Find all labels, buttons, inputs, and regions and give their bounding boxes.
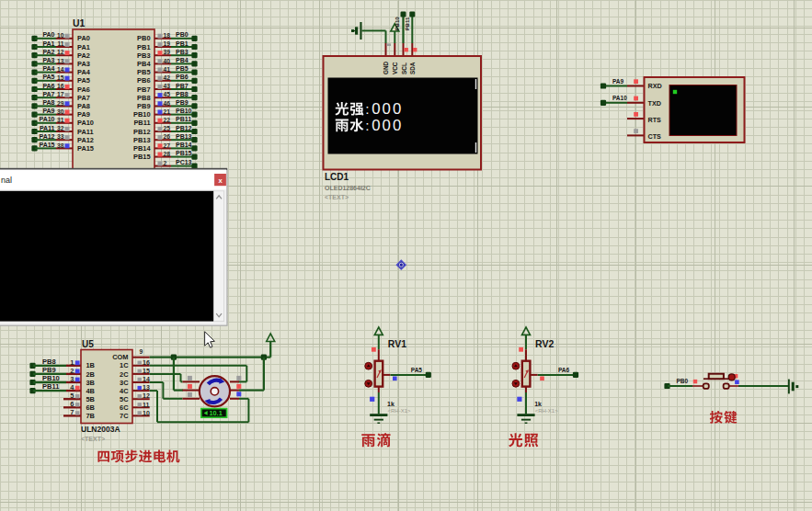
svg-text:10.1: 10.1 bbox=[210, 409, 223, 417]
svg-text:<RH-X1>: <RH-X1> bbox=[388, 408, 412, 414]
svg-text:PA15: PA15 bbox=[77, 144, 94, 153]
svg-text:3B: 3B bbox=[86, 379, 95, 387]
svg-text:<RH-X1>: <RH-X1> bbox=[535, 408, 559, 414]
svg-text:10: 10 bbox=[143, 410, 150, 416]
svg-text:1C: 1C bbox=[120, 361, 129, 369]
svg-text:ULN2003A: ULN2003A bbox=[81, 425, 120, 434]
svg-text:32: 32 bbox=[57, 125, 64, 131]
svg-text:PB10: PB10 bbox=[42, 374, 60, 382]
svg-text:GND: GND bbox=[383, 61, 389, 74]
svg-text:RV1: RV1 bbox=[388, 338, 406, 349]
svg-text:PB3: PB3 bbox=[176, 49, 189, 55]
svg-text:15: 15 bbox=[57, 74, 64, 81]
svg-text:3: 3 bbox=[70, 375, 74, 383]
svg-text:40: 40 bbox=[164, 58, 171, 64]
svg-text:PA11: PA11 bbox=[77, 128, 94, 136]
svg-text:1k: 1k bbox=[534, 401, 542, 407]
svg-text:11: 11 bbox=[57, 40, 63, 47]
svg-text:19: 19 bbox=[164, 40, 171, 47]
svg-text:PA12: PA12 bbox=[77, 136, 94, 144]
svg-text:6B: 6B bbox=[86, 403, 95, 412]
svg-text:1k: 1k bbox=[387, 401, 395, 407]
svg-text:0: 0 bbox=[393, 100, 401, 118]
svg-text:30: 30 bbox=[57, 108, 64, 115]
svg-text:PB10: PB10 bbox=[394, 17, 400, 31]
svg-text:25: 25 bbox=[164, 125, 171, 131]
svg-text:1B: 1B bbox=[86, 361, 95, 369]
svg-text:PA5: PA5 bbox=[77, 76, 90, 85]
svg-text:PA6: PA6 bbox=[558, 367, 570, 373]
svg-text:10: 10 bbox=[57, 32, 64, 39]
svg-text:PB11: PB11 bbox=[42, 382, 59, 391]
svg-text:PB10: PB10 bbox=[133, 110, 151, 119]
svg-text:SCL: SCL bbox=[401, 62, 407, 74]
svg-text:PA3: PA3 bbox=[42, 57, 54, 63]
svg-text:PB7: PB7 bbox=[176, 83, 189, 89]
svg-text:PA5: PA5 bbox=[42, 74, 54, 80]
svg-text:45: 45 bbox=[164, 91, 171, 97]
svg-text:0: 0 bbox=[393, 117, 401, 134]
svg-text:14: 14 bbox=[57, 66, 64, 73]
svg-text:46: 46 bbox=[164, 100, 171, 107]
svg-text:PB15: PB15 bbox=[176, 150, 192, 156]
svg-text:16: 16 bbox=[57, 83, 64, 89]
svg-text:PB14: PB14 bbox=[176, 142, 192, 148]
svg-text:22: 22 bbox=[164, 117, 171, 123]
svg-text:PB9: PB9 bbox=[42, 366, 56, 374]
svg-text:<TEXT>: <TEXT> bbox=[325, 194, 349, 200]
svg-text:PB5: PB5 bbox=[176, 65, 189, 72]
svg-text:13: 13 bbox=[57, 58, 64, 64]
svg-text:14: 14 bbox=[143, 376, 150, 382]
svg-text:0: 0 bbox=[372, 117, 380, 134]
svg-text:PB4: PB4 bbox=[176, 57, 189, 63]
svg-text:PB13: PB13 bbox=[133, 136, 151, 144]
svg-text:U5: U5 bbox=[82, 339, 94, 349]
svg-text:PA0: PA0 bbox=[42, 31, 54, 38]
svg-text:PB1: PB1 bbox=[137, 43, 150, 51]
svg-text::: : bbox=[365, 101, 369, 117]
svg-text:2: 2 bbox=[164, 160, 167, 166]
svg-text:PB0: PB0 bbox=[677, 378, 689, 384]
svg-text:CTS: CTS bbox=[648, 132, 662, 141]
svg-text:PB12: PB12 bbox=[176, 125, 192, 131]
svg-text:PB3: PB3 bbox=[137, 51, 150, 60]
svg-text:5: 5 bbox=[70, 392, 74, 400]
svg-text:12: 12 bbox=[143, 392, 150, 399]
svg-text:PA11: PA11 bbox=[40, 125, 55, 131]
svg-text:RV2: RV2 bbox=[535, 338, 554, 349]
svg-text::: : bbox=[365, 118, 369, 133]
svg-text:PB15: PB15 bbox=[133, 153, 151, 161]
svg-text:PB4: PB4 bbox=[137, 60, 151, 68]
svg-text:38: 38 bbox=[57, 142, 64, 149]
svg-text:PA8: PA8 bbox=[42, 99, 54, 106]
svg-text:TXD: TXD bbox=[648, 99, 661, 108]
svg-text:COM: COM bbox=[112, 353, 128, 361]
svg-text:PB9: PB9 bbox=[137, 102, 150, 110]
svg-text:PA4: PA4 bbox=[42, 65, 54, 72]
svg-text:13: 13 bbox=[143, 384, 150, 391]
svg-text:PB11: PB11 bbox=[176, 116, 191, 122]
svg-text:PB7: PB7 bbox=[137, 85, 150, 94]
svg-text:PB12: PB12 bbox=[133, 128, 151, 136]
svg-text:0: 0 bbox=[383, 117, 391, 134]
svg-text:39: 39 bbox=[164, 49, 171, 55]
svg-text:LCD1: LCD1 bbox=[325, 172, 349, 182]
svg-text:6C: 6C bbox=[120, 403, 129, 412]
svg-text:PA8: PA8 bbox=[77, 102, 90, 110]
svg-text:PA2: PA2 bbox=[42, 49, 54, 55]
svg-text:PA6: PA6 bbox=[77, 85, 90, 94]
svg-text:PA1: PA1 bbox=[42, 40, 54, 47]
svg-text:PB6: PB6 bbox=[137, 76, 150, 85]
svg-text:1: 1 bbox=[70, 358, 74, 367]
svg-text:PA0: PA0 bbox=[77, 34, 90, 42]
svg-text:21: 21 bbox=[164, 108, 171, 115]
svg-text:28: 28 bbox=[164, 151, 171, 157]
svg-text:PB5: PB5 bbox=[137, 68, 150, 76]
svg-text:PB1: PB1 bbox=[176, 40, 189, 47]
svg-text:11: 11 bbox=[143, 402, 150, 408]
svg-text:PA9: PA9 bbox=[77, 110, 90, 119]
svg-text:PA7: PA7 bbox=[42, 91, 54, 97]
svg-text:PA10: PA10 bbox=[612, 95, 627, 101]
svg-text:PB0: PB0 bbox=[137, 34, 150, 42]
svg-text:PA12: PA12 bbox=[40, 133, 55, 140]
